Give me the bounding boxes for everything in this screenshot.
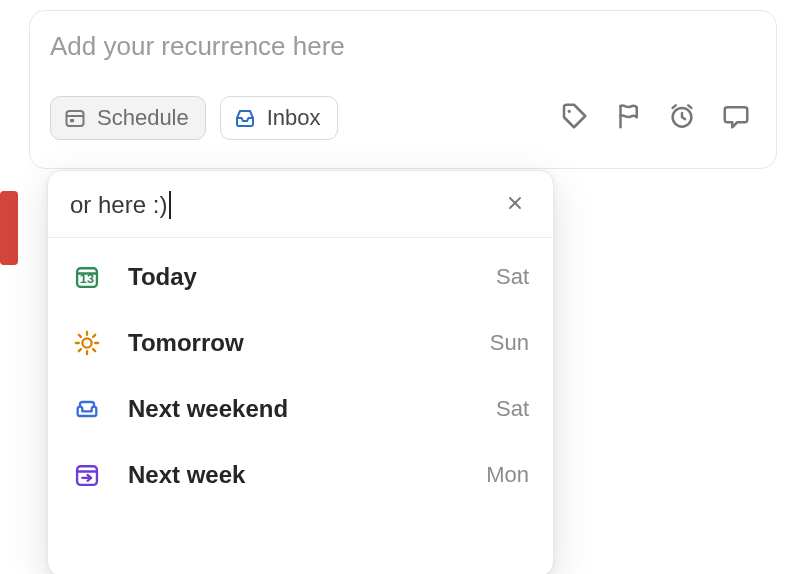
schedule-popover: or here :) 13 Today Sat: [47, 170, 554, 574]
set-priority-button[interactable]: [608, 98, 648, 138]
sun-icon: [72, 328, 102, 358]
schedule-options-list: 13 Today Sat: [48, 238, 553, 514]
calendar-icon: [63, 106, 87, 130]
task-editor-card: Schedule Inbox: [29, 10, 777, 169]
svg-line-16: [93, 335, 95, 337]
svg-line-15: [79, 349, 81, 351]
svg-point-3: [568, 110, 571, 113]
alarm-clock-icon: [667, 101, 697, 135]
close-icon: [505, 193, 525, 217]
add-comment-button[interactable]: [716, 98, 756, 138]
svg-rect-0: [67, 111, 84, 126]
calendar-13-icon: 13: [72, 262, 102, 292]
comment-icon: [721, 101, 751, 135]
schedule-button-label: Schedule: [97, 105, 189, 131]
schedule-button[interactable]: Schedule: [50, 96, 206, 140]
svg-rect-2: [70, 119, 74, 122]
task-title-input[interactable]: [50, 27, 756, 62]
sofa-icon: [72, 394, 102, 424]
schedule-option-label: Next weekend: [128, 395, 470, 423]
svg-line-14: [93, 349, 95, 351]
svg-line-13: [79, 335, 81, 337]
flag-icon: [613, 101, 643, 135]
schedule-option-meta: Sat: [496, 396, 529, 422]
priority-color-indicator: [0, 191, 18, 265]
set-reminder-button[interactable]: [662, 98, 702, 138]
schedule-option-meta: Sun: [490, 330, 529, 356]
task-toolbar: Schedule Inbox: [50, 96, 756, 140]
schedule-option-label: Tomorrow: [128, 329, 464, 357]
arrow-box-icon: [72, 460, 102, 490]
schedule-option-next-week[interactable]: Next week Mon: [48, 442, 553, 508]
schedule-option-label: Next week: [128, 461, 460, 489]
schedule-option-next-weekend[interactable]: Next weekend Sat: [48, 376, 553, 442]
add-label-button[interactable]: [554, 98, 594, 138]
schedule-search-row: or here :): [48, 171, 553, 238]
schedule-option-label: Today: [128, 263, 470, 291]
svg-text:13: 13: [80, 271, 94, 286]
inbox-button[interactable]: Inbox: [220, 96, 338, 140]
clear-search-button[interactable]: [499, 189, 531, 221]
schedule-option-today[interactable]: 13 Today Sat: [48, 244, 553, 310]
schedule-option-meta: Sat: [496, 264, 529, 290]
tag-icon: [559, 101, 589, 135]
inbox-tray-icon: [233, 106, 257, 130]
inbox-button-label: Inbox: [267, 105, 321, 131]
schedule-option-tomorrow[interactable]: Tomorrow Sun: [48, 310, 553, 376]
schedule-option-meta: Mon: [486, 462, 529, 488]
svg-point-8: [82, 338, 91, 347]
